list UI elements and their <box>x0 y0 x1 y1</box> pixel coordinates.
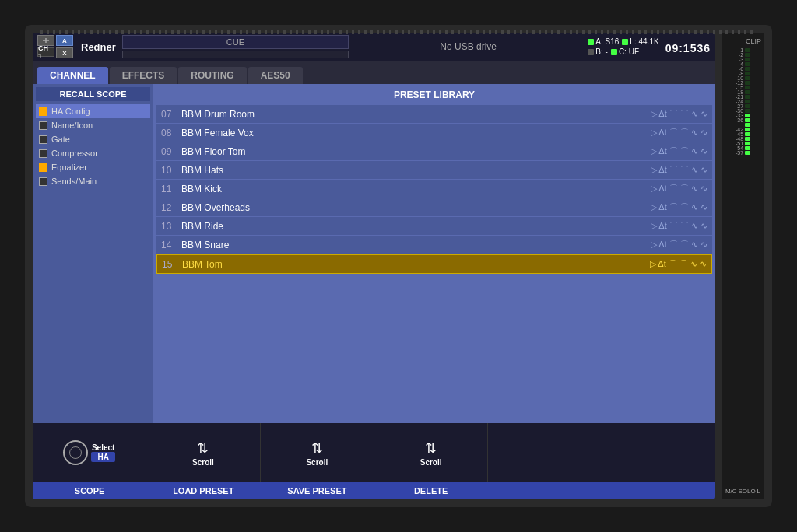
scope-item-haconfig[interactable]: HA Config <box>36 104 150 118</box>
bottom-section: Select HA ⇅ Scroll ⇅ Scroll <box>33 423 715 499</box>
ha-sub-label: HA <box>91 452 114 462</box>
preset-library: PRESET LIBRARY 07 BBM Drum Room ▷ Δt ⌒ ⌒… <box>153 84 715 423</box>
tab-aes50[interactable]: AES50 <box>248 67 303 84</box>
vu-l-label: L <box>757 488 760 495</box>
preset-table: 07 BBM Drum Room ▷ Δt ⌒ ⌒ ∿ ∿ 08 BBM Fem… <box>156 105 712 420</box>
sig-dot-l <box>622 39 628 45</box>
tab-channel[interactable]: CHANNEL <box>37 67 108 84</box>
vu-bottom-labels: M/C SOLO L <box>725 488 761 495</box>
preset-row-11[interactable]: 11 BBM Kick ▷ Δt ⌒ ⌒ ∿ ∿ <box>156 180 712 198</box>
recall-scope-title: RECALL SCOPE <box>36 87 150 101</box>
scope-control: Select HA <box>63 440 114 465</box>
btn-scope[interactable]: Select HA <box>33 423 146 482</box>
recall-scope-sidebar: RECALL SCOPE HA Config Name/Icon Gate <box>33 84 153 423</box>
scope-checkbox-gate[interactable] <box>39 135 47 144</box>
scope-item-equalizer[interactable]: Equalizer <box>36 160 150 174</box>
vu-meter: CLIP -1 -2 -3 -4 -6 -8 -10 -12 -15 <box>722 33 764 499</box>
tab-routing[interactable]: ROUTING <box>178 67 246 84</box>
bottom-controls: Select HA ⇅ Scroll ⇅ Scroll <box>33 423 715 482</box>
preset-library-title: PRESET LIBRARY <box>156 87 712 103</box>
scope-item-compressor[interactable]: Compressor <box>36 146 150 160</box>
btn-save-preset[interactable]: ⇅ Scroll <box>261 423 374 482</box>
scope-checkbox-equalizer[interactable] <box>39 163 47 172</box>
ch-number-box: CH 1 <box>37 47 54 57</box>
vu-solo-label: SOLO <box>738 488 755 495</box>
btn-load-preset[interactable]: ⇅ Scroll <box>146 423 260 482</box>
scope-item-sendsmain[interactable]: Sends/Main <box>36 174 150 188</box>
tab-effects[interactable]: EFFECTS <box>110 67 177 84</box>
channel-info: A CH 1 X <box>37 35 73 58</box>
label-delete[interactable]: DELETE <box>374 486 488 495</box>
scope-item-nameicon[interactable]: Name/Icon <box>36 118 150 132</box>
preset-row-08[interactable]: 08 BBM Female Vox ▷ Δt ⌒ ⌒ ∿ ∿ <box>156 124 712 142</box>
sig-dot-c <box>611 49 617 55</box>
status-bar: A CH 1 X Redner CUE <box>33 33 715 61</box>
scope-checkbox-nameicon[interactable] <box>39 121 47 130</box>
btn-6 <box>602 423 715 482</box>
tabs-bar: CHANNEL EFFECTS ROUTING AES50 <box>33 61 715 84</box>
signal-indicators: A: S16 L: 44.1K B: - <box>588 37 658 56</box>
sig-dot-a <box>588 39 594 45</box>
scope-knob-icon <box>63 440 88 465</box>
cue-box: CUE <box>122 35 349 49</box>
select-label: Select <box>92 443 114 452</box>
scroll-delete-icon: ⇅ <box>425 439 437 457</box>
label-load-preset[interactable]: LOAD PRESET <box>146 486 260 495</box>
preset-row-14[interactable]: 14 BBM Snare ▷ Δt ⌒ ⌒ ∿ ∿ <box>156 236 712 254</box>
preset-row-07[interactable]: 07 BBM Drum Room ▷ Δt ⌒ ⌒ ∿ ∿ <box>156 105 712 123</box>
vu-mc-label: M/C <box>725 488 737 495</box>
preset-row-09[interactable]: 09 BBM Floor Tom ▷ Δt ⌒ ⌒ ∿ ∿ <box>156 142 712 160</box>
preset-row-12[interactable]: 12 BBM Overheads ▷ Δt ⌒ ⌒ ∿ ∿ <box>156 198 712 216</box>
bottom-label-bar: SCOPE LOAD PRESET SAVE PRESET DELETE <box>33 482 715 499</box>
clock: 09:1536 <box>665 37 711 57</box>
scroll-save-label: Scroll <box>306 458 328 467</box>
usb-status: No USB drive <box>355 41 581 52</box>
scope-checkbox-haconfig[interactable] <box>39 107 47 116</box>
preset-row-15[interactable]: 15 BBM Tom ▷ Δt ⌒ ⌒ ∿ ∿ <box>156 254 712 274</box>
scope-checkbox-sendsmain[interactable] <box>39 177 47 186</box>
scroll-load-label: Scroll <box>192 458 214 467</box>
scroll-delete-label: Scroll <box>420 458 442 467</box>
cue-section: CUE <box>122 35 349 58</box>
preset-row-10[interactable]: 10 BBM Hats ▷ Δt ⌒ ⌒ ∿ ∿ <box>156 161 712 179</box>
main-content: RECALL SCOPE HA Config Name/Icon Gate <box>33 84 715 423</box>
clip-label: CLIP <box>725 37 761 45</box>
scope-checkbox-compressor[interactable] <box>39 149 47 158</box>
label-scope[interactable]: SCOPE <box>33 486 146 495</box>
channel-name: Redner <box>81 41 116 53</box>
a-box: A <box>56 35 73 46</box>
label-save-preset[interactable]: SAVE PRESET <box>260 486 374 495</box>
btn-5 <box>488 423 602 482</box>
preset-row-13[interactable]: 13 BBM Ride ▷ Δt ⌒ ⌒ ∿ ∿ <box>156 217 712 235</box>
scope-item-gate[interactable]: Gate <box>36 132 150 146</box>
scroll-load-icon: ⇅ <box>197 439 209 457</box>
scroll-save-icon: ⇅ <box>311 439 323 457</box>
btn-delete[interactable]: ⇅ Scroll <box>374 423 488 482</box>
x-box: X <box>56 47 73 58</box>
sig-dot-b <box>588 49 594 55</box>
